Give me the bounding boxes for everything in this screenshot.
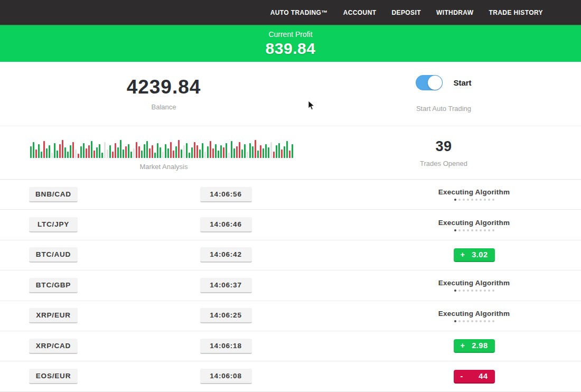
chart-bar	[207, 146, 209, 158]
chart-bar	[165, 144, 166, 158]
chart-bar	[115, 143, 116, 158]
chart-bar	[210, 141, 211, 158]
nav-item-withdraw[interactable]: WITHDRAW	[436, 9, 474, 16]
time-badge: 14:06:37	[200, 278, 252, 293]
table-row: BNB/CAD14:06:56Executing Algorithm	[0, 180, 581, 210]
chart-bar	[231, 141, 232, 158]
chart-bar	[54, 143, 55, 158]
toggle-knob	[428, 76, 442, 90]
chart-bar	[249, 143, 251, 158]
chart-bar	[167, 148, 169, 158]
chart-bar	[93, 151, 95, 158]
chart-bar	[289, 151, 290, 158]
nav-item-auto-trading[interactable]: AUTO TRADING™	[270, 9, 328, 16]
table-row: XRP/CAD14:06:18+2.98	[0, 331, 581, 361]
executing-status: Executing Algorithm	[438, 279, 510, 292]
chart-bar	[281, 150, 283, 158]
chart-bar	[51, 153, 53, 158]
auto-trading-toggle[interactable]	[416, 75, 443, 90]
chart-bar	[181, 150, 182, 158]
chart-bar	[241, 150, 243, 158]
table-row: XRP/EUR14:06:25Executing Algorithm	[0, 301, 581, 331]
chart-bar	[49, 145, 50, 158]
chart-bar	[130, 152, 132, 158]
profit-banner-value: 839.84	[266, 40, 316, 58]
market-analysis-chart	[30, 138, 297, 158]
chart-bar	[120, 140, 121, 158]
chart-bar	[138, 146, 140, 158]
profit-banner-label: Current Profit	[268, 30, 312, 39]
chart-bar	[80, 146, 82, 158]
chart-bar	[173, 151, 174, 158]
chart-bar	[112, 152, 114, 158]
executing-algorithm-label: Executing Algorithm	[438, 310, 510, 318]
pair-badge[interactable]: EOS/EUR	[29, 369, 78, 384]
result-value: 44	[479, 372, 488, 380]
chart-bar	[183, 145, 185, 158]
chart-bar	[86, 148, 87, 158]
chart-bar	[157, 143, 158, 158]
pair-badge[interactable]: BNB/CAD	[29, 187, 78, 202]
profit-banner: Current Profit 839.84	[0, 25, 581, 62]
trade-result-badge: -44	[454, 370, 495, 384]
chart-bar	[252, 146, 254, 158]
chart-bar	[218, 151, 219, 158]
time-badge: 14:06:46	[200, 217, 252, 232]
progress-dots	[454, 320, 494, 322]
executing-status: Executing Algorithm	[438, 310, 510, 322]
time-badge: 14:06:56	[200, 187, 252, 202]
table-row: EOS/EUR14:06:08-44	[0, 361, 581, 391]
chart-bar	[144, 144, 145, 158]
chart-bar	[292, 144, 293, 158]
progress-dots	[454, 290, 494, 292]
chart-bar	[72, 142, 74, 158]
chart-bar	[149, 148, 151, 158]
trade-result-badge: +2.98	[454, 339, 495, 353]
result-sign: -	[461, 372, 463, 380]
trade-result-badge: +3.02	[454, 248, 495, 262]
chart-bar	[162, 152, 164, 158]
chart-bar	[260, 145, 261, 158]
chart-bar	[160, 147, 161, 158]
nav-item-deposit[interactable]: DEPOSIT	[391, 9, 420, 16]
chart-bar	[268, 147, 269, 158]
time-badge: 14:06:18	[200, 339, 252, 354]
chart-bar	[70, 145, 71, 158]
chart-bar	[38, 144, 40, 158]
chart-bar	[255, 140, 256, 158]
chart-bar	[35, 150, 37, 158]
market-analysis-label: Market Analysis	[139, 163, 188, 171]
pair-badge[interactable]: BTC/GBP	[29, 278, 78, 293]
progress-dots	[454, 229, 494, 231]
pair-badge[interactable]: XRP/EUR	[29, 308, 78, 323]
nav-item-account[interactable]: ACCOUNT	[343, 9, 377, 16]
trades-table: BNB/CAD14:06:56Executing AlgorithmLTC/JP…	[0, 180, 581, 392]
chart-bar	[199, 150, 201, 158]
chart-bar	[109, 145, 111, 158]
table-row: LTC/JPY14:06:46Executing Algorithm	[0, 210, 581, 240]
chart-bar	[154, 153, 156, 158]
time-badge: 14:06:42	[200, 247, 252, 263]
chart-bar	[223, 147, 224, 158]
chart-bar	[233, 148, 235, 158]
time-badge: 14:06:08	[200, 369, 252, 384]
time-badge: 14:06:25	[200, 308, 252, 323]
result-value: 2.98	[472, 341, 488, 350]
chart-bar	[99, 144, 100, 158]
chart-bar	[178, 140, 180, 158]
pair-badge[interactable]: LTC/JPY	[29, 217, 78, 232]
pair-badge[interactable]: XRP/CAD	[29, 339, 78, 354]
chart-bar	[78, 154, 79, 158]
pair-badge[interactable]: BTC/AUD	[29, 247, 78, 263]
nav-item-trade-history[interactable]: TRADE HISTORY	[489, 9, 543, 16]
chart-bar	[175, 146, 177, 158]
chart-bar	[247, 152, 248, 158]
chart-bar	[189, 153, 190, 158]
chart-bar	[67, 152, 69, 158]
chart-bar	[276, 145, 277, 158]
executing-status: Executing Algorithm	[438, 219, 510, 231]
chart-bar	[194, 142, 195, 158]
trades-opened-label: Trades Opened	[420, 160, 467, 167]
chart-bar	[191, 147, 193, 158]
chart-bar	[215, 144, 217, 158]
